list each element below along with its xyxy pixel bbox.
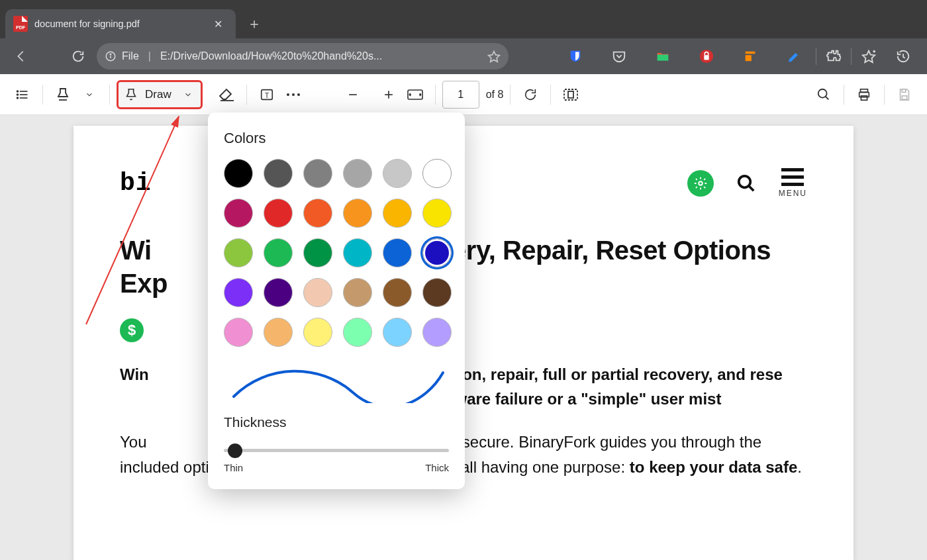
- add-text-button[interactable]: T: [254, 81, 280, 108]
- color-swatch[interactable]: [383, 199, 412, 228]
- info-icon: [105, 50, 117, 62]
- color-swatch[interactable]: [224, 318, 253, 347]
- draw-tool-button[interactable]: Draw: [117, 80, 203, 109]
- color-swatch[interactable]: [422, 278, 452, 307]
- slider-track: [224, 449, 449, 452]
- svg-point-21: [297, 93, 300, 96]
- erase-button[interactable]: [213, 81, 240, 108]
- browser-tab[interactable]: PDF document for signing.pdf ✕: [5, 9, 236, 38]
- search-icon[interactable]: [736, 173, 756, 193]
- color-swatch[interactable]: [264, 159, 293, 188]
- color-swatch[interactable]: [343, 318, 372, 347]
- save-button[interactable]: [891, 81, 918, 108]
- svg-rect-34: [902, 89, 906, 92]
- separator: [510, 85, 511, 105]
- color-swatch[interactable]: [383, 318, 412, 347]
- separator: [42, 85, 43, 105]
- extensions-button[interactable]: [816, 43, 851, 70]
- svg-point-28: [818, 89, 827, 97]
- favorite-star-icon[interactable]: [487, 50, 501, 63]
- color-swatch[interactable]: [303, 199, 332, 228]
- back-button[interactable]: [7, 43, 36, 70]
- color-swatch[interactable]: [224, 159, 253, 188]
- color-swatch[interactable]: [303, 318, 332, 347]
- menu-label: MENU: [779, 189, 807, 198]
- collections-button[interactable]: [852, 43, 886, 70]
- highlighter-button[interactable]: [50, 81, 76, 108]
- svg-rect-32: [861, 95, 867, 99]
- tab-close-button[interactable]: ✕: [209, 15, 226, 32]
- separator: [109, 85, 110, 105]
- find-button[interactable]: [810, 81, 837, 108]
- color-swatch[interactable]: [224, 238, 253, 267]
- browser-chrome: PDF document for signing.pdf ✕ ＋ File | …: [0, 0, 927, 74]
- ext-lastpass-icon[interactable]: [685, 43, 728, 70]
- color-swatch[interactable]: [343, 199, 372, 228]
- highlighter-dropdown[interactable]: [76, 81, 103, 108]
- svg-point-36: [738, 175, 750, 187]
- color-swatch[interactable]: [264, 199, 293, 228]
- page-number-input[interactable]: 1: [442, 81, 479, 109]
- print-button[interactable]: [851, 81, 877, 108]
- url-scheme-label: File: [122, 50, 139, 62]
- thickness-slider[interactable]: [224, 442, 449, 458]
- stroke-preview: [224, 361, 449, 408]
- tab-strip: PDF document for signing.pdf ✕ ＋: [0, 0, 927, 38]
- color-swatch[interactable]: [303, 238, 332, 267]
- settings-gear-icon[interactable]: [687, 170, 714, 197]
- color-swatch[interactable]: [422, 318, 452, 347]
- svg-point-35: [699, 181, 703, 185]
- color-swatch[interactable]: [224, 278, 253, 307]
- ext-bitwarden-icon[interactable]: [554, 43, 597, 70]
- svg-point-13: [17, 91, 19, 92]
- ext-pen-icon[interactable]: [772, 43, 816, 70]
- reload-button[interactable]: [64, 43, 93, 70]
- svg-point-15: [17, 97, 19, 99]
- extensions-area: [554, 43, 920, 70]
- color-swatch[interactable]: [343, 159, 372, 188]
- color-swatch[interactable]: [383, 238, 412, 267]
- ext-adobe-icon[interactable]: [728, 43, 772, 70]
- color-swatch[interactable]: [383, 278, 412, 307]
- color-swatch[interactable]: [422, 238, 452, 267]
- color-swatch[interactable]: [343, 278, 372, 307]
- url-field[interactable]: File | E:/Drive/Download/How%20to%20hand…: [97, 43, 509, 70]
- history-button[interactable]: [886, 43, 920, 70]
- pdf-file-icon: PDF: [13, 16, 28, 32]
- more-button[interactable]: [280, 81, 307, 108]
- color-swatch[interactable]: [343, 238, 372, 267]
- forward-button[interactable]: [40, 43, 60, 70]
- svg-line-37: [748, 185, 754, 191]
- ext-pocket-icon[interactable]: [597, 43, 641, 70]
- color-swatch[interactable]: [422, 199, 452, 228]
- draw-pen-icon: [124, 87, 138, 103]
- thick-label: Thick: [425, 462, 449, 473]
- draw-dropdown[interactable]: [178, 90, 198, 99]
- menu-button[interactable]: MENU: [779, 168, 807, 198]
- separator: [844, 85, 844, 105]
- fit-width-button[interactable]: [402, 81, 428, 108]
- slider-thumb[interactable]: [228, 443, 242, 458]
- ext-folder-icon[interactable]: [641, 43, 685, 70]
- site-logo: bi: [120, 169, 152, 197]
- svg-marker-3: [489, 52, 500, 62]
- color-swatch[interactable]: [224, 199, 253, 228]
- draw-settings-popover: Colors Thickness Thin Thick: [208, 113, 465, 489]
- new-tab-button[interactable]: ＋: [240, 9, 269, 38]
- color-swatch[interactable]: [264, 238, 293, 267]
- color-swatch[interactable]: [303, 278, 332, 307]
- color-swatch[interactable]: [383, 159, 412, 188]
- color-swatch[interactable]: [422, 159, 452, 188]
- zoom-in-button[interactable]: [375, 81, 402, 108]
- page-view-button[interactable]: [558, 81, 584, 108]
- thickness-labels: Thin Thick: [224, 462, 449, 473]
- separator: [246, 85, 247, 105]
- separator: [435, 85, 436, 105]
- color-swatch[interactable]: [303, 159, 332, 188]
- svg-rect-33: [902, 95, 906, 99]
- color-swatch[interactable]: [264, 318, 293, 347]
- rotate-button[interactable]: [517, 81, 544, 108]
- color-swatch[interactable]: [264, 278, 293, 307]
- contents-button[interactable]: [9, 81, 36, 108]
- zoom-out-button[interactable]: [340, 81, 366, 108]
